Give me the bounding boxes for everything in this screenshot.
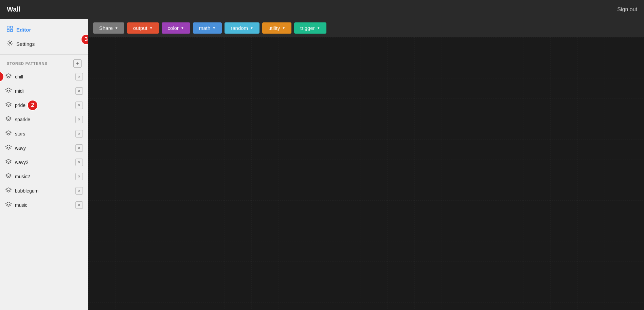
delete-pattern-button[interactable]: × <box>75 116 83 123</box>
sidebar-editor-label: Editor <box>16 27 31 33</box>
list-item[interactable]: wavy2 × <box>0 155 88 169</box>
output-label: output <box>133 25 147 31</box>
pattern-name: pride <box>15 103 25 108</box>
delete-pattern-button[interactable]: × <box>75 159 83 166</box>
app-title: Wall <box>7 5 20 13</box>
svg-point-4 <box>9 42 11 44</box>
sidebar-nav: Editor Settings 3 <box>0 19 88 55</box>
random-button[interactable]: random ▼ <box>225 22 260 34</box>
layers-icon <box>5 145 12 151</box>
delete-pattern-button[interactable]: × <box>75 102 83 109</box>
trigger-dropdown-arrow: ▼ <box>317 26 320 30</box>
pattern-name: sparkle <box>15 117 30 122</box>
delete-pattern-button[interactable]: × <box>75 144 83 152</box>
content-area: Share ▼ output ▼ color ▼ math ▼ random ▼… <box>88 19 644 310</box>
trigger-label: trigger <box>300 25 315 31</box>
pattern-name: midi <box>15 88 24 94</box>
pattern-name: music2 <box>15 174 30 179</box>
gear-icon <box>7 40 13 48</box>
svg-rect-2 <box>7 30 9 32</box>
pattern-name: bubblegum <box>15 188 38 194</box>
layers-icon <box>5 88 12 94</box>
sidebar-item-editor[interactable]: Editor <box>0 22 88 37</box>
layers-icon <box>5 159 12 166</box>
main-layout: Editor Settings 3 STORED PATTERNS + <box>0 19 644 310</box>
svg-rect-3 <box>11 30 13 32</box>
color-button[interactable]: color ▼ <box>162 22 190 34</box>
svg-rect-1 <box>11 26 13 28</box>
output-dropdown-arrow: ▼ <box>149 26 153 30</box>
list-item[interactable]: midi × <box>0 84 88 98</box>
delete-pattern-button[interactable]: × <box>75 87 83 95</box>
layers-icon <box>5 173 12 180</box>
utility-label: utility <box>268 25 280 31</box>
math-dropdown-arrow: ▼ <box>212 26 216 30</box>
utility-button[interactable]: utility ▼ <box>262 22 291 34</box>
layers-icon <box>5 73 12 80</box>
list-item[interactable]: music × <box>0 198 88 212</box>
share-dropdown-arrow: ▼ <box>115 26 118 30</box>
list-item[interactable]: music2 × <box>0 169 88 184</box>
grid-icon <box>7 26 13 33</box>
svg-rect-6 <box>88 37 644 310</box>
list-item[interactable]: pride × 2 <box>0 98 88 112</box>
color-dropdown-arrow: ▼ <box>181 26 184 30</box>
layers-icon <box>5 130 12 137</box>
list-item[interactable]: chill × 1 <box>0 70 88 84</box>
list-item[interactable]: stars × <box>0 127 88 141</box>
annotation-1: 1 <box>0 71 4 82</box>
pattern-name: music <box>15 202 28 208</box>
layers-icon <box>5 202 12 208</box>
pattern-name: wavy <box>15 145 26 151</box>
utility-dropdown-arrow: ▼ <box>282 26 285 30</box>
share-button[interactable]: Share ▼ <box>93 22 124 34</box>
delete-pattern-button[interactable]: × <box>75 187 83 195</box>
delete-pattern-button[interactable]: × <box>75 201 83 209</box>
random-dropdown-arrow: ▼ <box>250 26 253 30</box>
random-label: random <box>231 25 248 31</box>
delete-pattern-button[interactable]: × <box>75 173 83 180</box>
sidebar-settings-label: Settings <box>16 41 35 47</box>
output-button[interactable]: output ▼ <box>127 22 159 34</box>
share-label: Share <box>99 25 113 31</box>
stored-patterns-header: STORED PATTERNS + <box>0 55 88 70</box>
sidebar: Editor Settings 3 STORED PATTERNS + <box>0 19 88 310</box>
layers-icon <box>5 116 12 123</box>
delete-pattern-button[interactable]: × <box>75 73 83 80</box>
grid-canvas[interactable] <box>88 37 644 310</box>
svg-rect-0 <box>7 26 9 28</box>
add-pattern-button[interactable]: + <box>73 59 82 68</box>
list-item[interactable]: sparkle × <box>0 112 88 127</box>
math-label: math <box>199 25 210 31</box>
pattern-name: wavy2 <box>15 160 29 165</box>
trigger-button[interactable]: trigger ▼ <box>294 22 326 34</box>
layers-icon <box>5 187 12 194</box>
delete-pattern-button[interactable]: × <box>75 130 83 138</box>
math-button[interactable]: math ▼ <box>193 22 222 34</box>
color-label: color <box>168 25 179 31</box>
list-item[interactable]: wavy × <box>0 141 88 155</box>
pattern-list: chill × 1 midi × <box>0 70 88 212</box>
pattern-name: stars <box>15 131 25 136</box>
sidebar-item-settings[interactable]: Settings 3 <box>0 37 88 51</box>
top-header: Wall Sign out <box>0 0 644 19</box>
annotation-2: 2 <box>27 100 38 111</box>
layers-icon <box>5 102 12 109</box>
toolbar: Share ▼ output ▼ color ▼ math ▼ random ▼… <box>88 19 644 37</box>
pattern-name: chill <box>15 74 23 79</box>
list-item[interactable]: bubblegum × <box>0 184 88 198</box>
sign-out-button[interactable]: Sign out <box>617 6 637 13</box>
stored-patterns-label: STORED PATTERNS <box>7 61 48 66</box>
